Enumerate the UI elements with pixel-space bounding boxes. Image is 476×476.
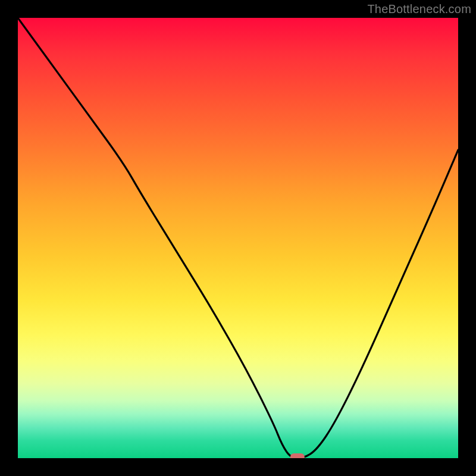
watermark-text: TheBottleneck.com xyxy=(367,2,471,16)
bottleneck-curve xyxy=(18,18,458,458)
chart-overlay xyxy=(18,18,458,458)
plot-area xyxy=(18,18,458,458)
chart-frame: TheBottleneck.com xyxy=(0,0,476,476)
optimal-marker xyxy=(290,453,305,458)
